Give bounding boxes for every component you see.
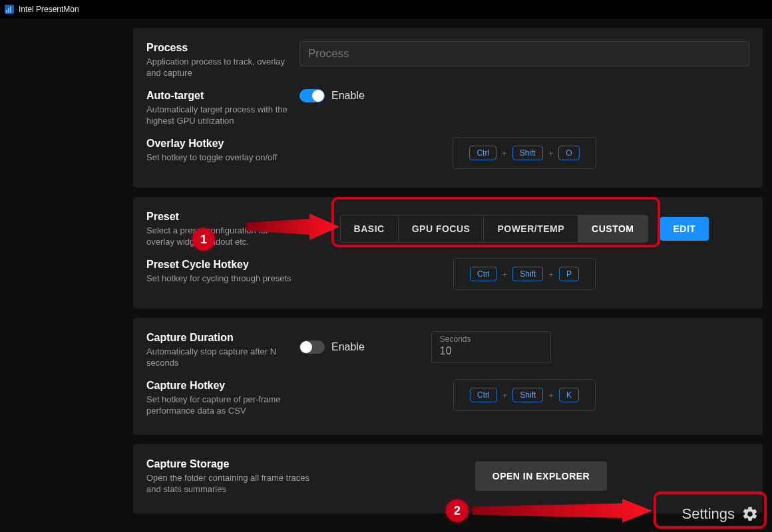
autotarget-title: Auto-target bbox=[146, 89, 293, 102]
settings-button[interactable]: Settings bbox=[673, 500, 769, 528]
capture-duration-toggle-label: Enable bbox=[331, 341, 365, 353]
gear-icon bbox=[741, 505, 759, 523]
overlay-hotkey-title: Overlay Hotkey bbox=[146, 137, 293, 150]
app-title: Intel PresentMon bbox=[19, 5, 79, 14]
preset-option-basic[interactable]: BASIC bbox=[341, 215, 399, 242]
panel-preset: Preset Select a preset configuration for… bbox=[133, 197, 763, 309]
settings-label: Settings bbox=[682, 505, 735, 523]
panel-capture-target: Process Application process to track, ov… bbox=[133, 28, 763, 188]
seconds-label: Seconds bbox=[440, 334, 542, 344]
open-in-explorer-button[interactable]: OPEN IN EXPLORER bbox=[475, 462, 607, 491]
hotkey-key: Shift bbox=[512, 146, 543, 160]
overlay-hotkey-box[interactable]: Ctrl + Shift + O bbox=[453, 137, 596, 169]
hotkey-key: Shift bbox=[512, 267, 543, 281]
preset-hotkey-title: Preset Cycle Hotkey bbox=[146, 258, 293, 271]
hotkey-key: Ctrl bbox=[470, 388, 497, 402]
hotkey-key: P bbox=[559, 267, 579, 281]
titlebar: Intel PresentMon bbox=[0, 0, 772, 19]
plus-icon: + bbox=[502, 390, 508, 400]
preset-option-gpu-focus[interactable]: GPU FOCUS bbox=[399, 215, 484, 242]
capture-hotkey-box[interactable]: Ctrl + Shift + K bbox=[453, 379, 596, 411]
autotarget-desc: Automatically target process with the hi… bbox=[146, 104, 293, 126]
preset-option-custom[interactable]: CUSTOM bbox=[578, 215, 647, 242]
svg-rect-2 bbox=[8, 8, 9, 13]
autotarget-toggle[interactable] bbox=[299, 89, 325, 102]
preset-segmented: BASIC GPU FOCUS POWER/TEMP CUSTOM bbox=[340, 215, 648, 243]
preset-hotkey-box[interactable]: Ctrl + Shift + P bbox=[453, 258, 596, 290]
hotkey-key: Ctrl bbox=[469, 146, 496, 160]
panel-capture: Capture Duration Automatically stop capt… bbox=[133, 318, 763, 435]
plus-icon: + bbox=[548, 390, 554, 400]
plus-icon: + bbox=[548, 269, 554, 279]
plus-icon: + bbox=[502, 148, 507, 158]
capture-storage-desc: Open the folder containing all frame tra… bbox=[146, 472, 326, 495]
capture-duration-desc: Automatically stop capture after N secon… bbox=[146, 346, 293, 368]
process-desc: Application process to track, overlay an… bbox=[146, 56, 293, 78]
process-input[interactable] bbox=[299, 41, 749, 66]
hotkey-key: Shift bbox=[512, 388, 543, 402]
plus-icon: + bbox=[548, 148, 554, 158]
plus-icon: + bbox=[502, 269, 508, 279]
capture-hotkey-desc: Set hotkey for capture of per-frame perf… bbox=[146, 394, 293, 416]
hotkey-key: Ctrl bbox=[470, 267, 497, 281]
seconds-value: 10 bbox=[440, 345, 542, 357]
svg-rect-3 bbox=[10, 7, 11, 13]
hotkey-key: O bbox=[558, 146, 579, 160]
process-title: Process bbox=[146, 41, 293, 55]
annotation-marker-2: 2 bbox=[446, 499, 469, 522]
svg-rect-1 bbox=[6, 10, 7, 13]
overlay-hotkey-desc: Set hotkey to toggle overlay on/off bbox=[146, 152, 293, 163]
hotkey-key: K bbox=[559, 388, 579, 402]
annotation-marker-1: 1 bbox=[192, 228, 215, 251]
preset-hotkey-desc: Set hotkey for cycling through presets bbox=[146, 273, 293, 284]
preset-title: Preset bbox=[146, 210, 293, 223]
preset-option-power-temp[interactable]: POWER/TEMP bbox=[484, 215, 578, 242]
preset-desc: Select a preset configuration for overla… bbox=[146, 225, 293, 247]
autotarget-toggle-label: Enable bbox=[331, 90, 365, 102]
app-icon bbox=[4, 4, 15, 15]
capture-duration-seconds[interactable]: Seconds 10 bbox=[431, 331, 551, 363]
capture-hotkey-title: Capture Hotkey bbox=[146, 379, 293, 392]
capture-duration-toggle[interactable] bbox=[299, 340, 325, 354]
preset-edit-button[interactable]: EDIT bbox=[660, 217, 709, 241]
capture-duration-title: Capture Duration bbox=[146, 331, 293, 344]
capture-storage-title: Capture Storage bbox=[146, 458, 326, 471]
